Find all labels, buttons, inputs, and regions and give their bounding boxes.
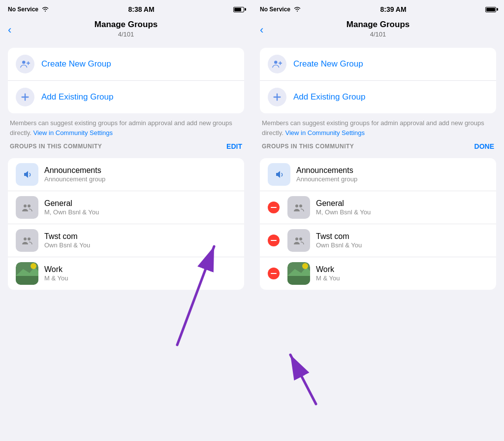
no-service-label-right: No Service: [260, 6, 290, 13]
group-info-work-left: Work M & You: [44, 265, 236, 282]
group-info-general-left: General M, Own Bsnl & You: [44, 199, 236, 216]
group-item-announcements-right[interactable]: Announcements Announcement group: [260, 158, 496, 191]
group-info-twst-right: Twst com Own Bsnl & You: [316, 232, 488, 249]
group-desc-general-left: M, Own Bsnl & You: [44, 208, 236, 216]
section-title-left: GROUPS IN THIS COMMUNITY: [10, 143, 102, 150]
community-settings-link-left[interactable]: View in Community Settings: [33, 129, 113, 136]
create-group-item-left[interactable]: Create New Group: [8, 48, 244, 80]
add-group-item-left[interactable]: Add Existing Group: [8, 80, 244, 113]
group-item-work-left[interactable]: Work M & You: [8, 257, 244, 290]
status-time-left: 8:38 AM: [128, 5, 154, 13]
action-card-right: Create New Group Add Existing Group: [260, 48, 496, 113]
group-item-work-right[interactable]: Work M & You: [260, 257, 496, 290]
group-item-twst-left[interactable]: Twst com Own Bsnl & You: [8, 224, 244, 257]
nav-header-right: ‹ Manage Groups 4/101: [252, 18, 504, 42]
svg-point-13: [31, 263, 36, 269]
add-group-label-right: Add Existing Group: [293, 92, 365, 102]
group-name-work-left: Work: [44, 265, 236, 274]
group-desc-general-right: M, Own Bsnl & You: [316, 208, 488, 216]
status-bar-left: No Service 8:38 AM: [0, 0, 252, 18]
create-group-label-right: Create New Group: [293, 59, 363, 69]
nav-header-left: ‹ Manage Groups 4/101: [0, 18, 252, 42]
add-group-icon-right: [268, 88, 286, 106]
svg-point-0: [22, 61, 25, 64]
wifi-icon-right: [293, 6, 301, 13]
create-group-icon-right: [268, 55, 286, 73]
group-avatar-announcements-right: [268, 163, 290, 186]
page-title-left: Manage Groups: [8, 20, 244, 30]
group-item-announcements-left[interactable]: Announcements Announcement group: [8, 158, 244, 191]
group-avatar-general-right: [287, 196, 310, 219]
svg-point-29: [302, 263, 308, 269]
group-name-announcements-left: Announcements: [44, 166, 236, 175]
status-right-right: [485, 7, 496, 12]
svg-point-23: [299, 204, 302, 207]
remove-twst-button[interactable]: [268, 235, 280, 246]
action-card-left: Create New Group Add Existing Group: [8, 48, 244, 113]
battery-icon-left: [233, 7, 244, 12]
group-avatar-twst-left: [16, 229, 38, 252]
group-avatar-work-right: [287, 262, 310, 285]
edit-button-left[interactable]: EDIT: [226, 142, 242, 150]
content-right: Create New Group Add Existing Group Memb…: [252, 42, 504, 441]
add-group-item-right[interactable]: Add Existing Group: [260, 80, 496, 113]
group-name-work-right: Work: [316, 265, 488, 274]
community-settings-link-right[interactable]: View in Community Settings: [285, 129, 365, 136]
info-text-right: Members can suggest existing groups for …: [260, 118, 496, 137]
group-desc-announcements-right: Announcement group: [296, 175, 488, 183]
group-avatar-announcements-left: [16, 163, 38, 186]
status-time-right: 8:39 AM: [380, 5, 406, 13]
remove-work-button[interactable]: [268, 268, 280, 279]
remove-general-button[interactable]: [268, 202, 280, 213]
no-service-label: No Service: [8, 6, 38, 13]
create-group-label-left: Create New Group: [41, 59, 111, 69]
group-item-general-right[interactable]: General M, Own Bsnl & You: [260, 191, 496, 224]
back-button-left[interactable]: ‹: [8, 24, 11, 36]
section-title-right: GROUPS IN THIS COMMUNITY: [262, 143, 354, 150]
done-button-right[interactable]: DONE: [474, 142, 494, 150]
group-name-general-left: General: [44, 199, 236, 208]
svg-point-6: [24, 204, 27, 207]
group-desc-twst-left: Own Bsnl & You: [44, 241, 236, 249]
group-info-work-right: Work M & You: [316, 265, 488, 282]
create-group-icon-left: [16, 55, 34, 73]
wifi-icon-left: [41, 6, 49, 13]
info-text-left: Members can suggest existing groups for …: [8, 118, 244, 137]
section-header-left: GROUPS IN THIS COMMUNITY EDIT: [8, 142, 244, 153]
group-desc-announcements-left: Announcement group: [44, 175, 236, 183]
group-avatar-general-left: [16, 196, 38, 219]
page-title-right: Manage Groups: [260, 20, 496, 30]
group-info-announcements-right: Announcements Announcement group: [296, 166, 488, 183]
battery-icon-right: [485, 7, 496, 12]
group-avatar-twst-right: [287, 229, 310, 252]
svg-point-16: [274, 61, 277, 64]
svg-rect-11: [16, 276, 38, 285]
group-name-general-right: General: [316, 199, 488, 208]
group-name-twst-right: Twst com: [316, 232, 488, 241]
create-group-item-right[interactable]: Create New Group: [260, 48, 496, 80]
status-bar-right: No Service 8:39 AM: [252, 0, 504, 18]
back-button-right[interactable]: ‹: [260, 24, 263, 36]
status-left-left: No Service: [8, 6, 49, 13]
add-group-icon-left: [16, 88, 34, 106]
group-info-announcements-left: Announcements Announcement group: [44, 166, 236, 183]
group-name-announcements-right: Announcements: [296, 166, 488, 175]
group-avatar-work-left: [16, 262, 38, 285]
group-desc-work-left: M & You: [44, 274, 236, 282]
right-panel: No Service 8:39 AM ‹ Manage Groups 4/101: [252, 0, 504, 441]
svg-point-24: [295, 237, 298, 240]
groups-card-left: Announcements Announcement group General: [8, 158, 244, 290]
status-left-right: No Service: [260, 6, 301, 13]
group-item-twst-right[interactable]: Twst com Own Bsnl & You: [260, 224, 496, 257]
group-desc-work-right: M & You: [316, 274, 488, 282]
svg-rect-27: [287, 276, 310, 285]
svg-point-8: [24, 237, 27, 240]
svg-point-22: [295, 204, 298, 207]
group-item-general-left[interactable]: General M, Own Bsnl & You: [8, 191, 244, 224]
group-name-twst-left: Twst com: [44, 232, 236, 241]
left-panel: No Service 8:38 AM ‹ Manage Groups 4/101: [0, 0, 252, 441]
svg-point-25: [299, 237, 302, 240]
content-left: Create New Group Add Existing Group Memb…: [0, 42, 252, 441]
groups-card-right: Announcements Announcement group Genera: [260, 158, 496, 290]
subtitle-left: 4/101: [8, 31, 244, 38]
